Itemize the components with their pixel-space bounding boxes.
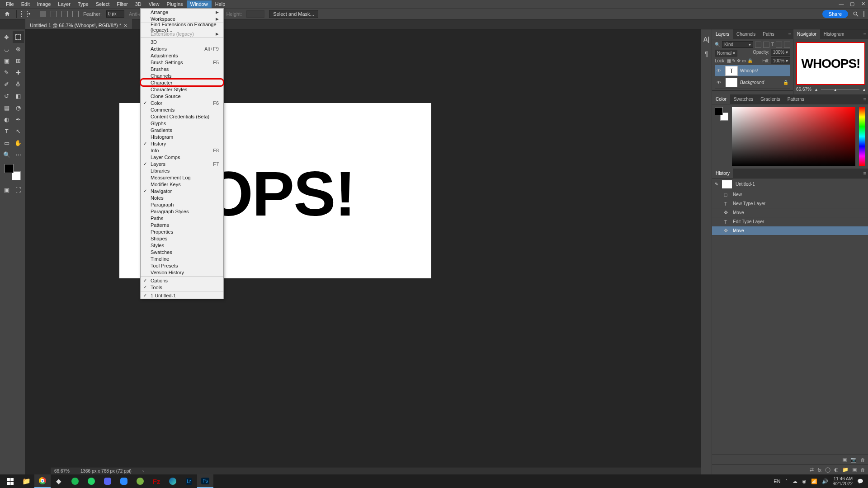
delete-state-icon[interactable]: 🗑	[860, 457, 865, 463]
menu-item-clone-source[interactable]: Clone Source	[141, 93, 223, 99]
color-field[interactable]	[732, 107, 855, 166]
marquee-tool-preset-icon[interactable]: ▾	[21, 11, 30, 17]
menu-item-swatches[interactable]: Swatches	[141, 249, 223, 255]
document-tab[interactable]: Untitled-1 @ 66.7% (Whoops!, RGB/8#) * ×	[25, 19, 132, 29]
tab-history[interactable]: History	[712, 169, 733, 178]
fill-input[interactable]: 100% ▾	[771, 57, 790, 64]
layers-panel-menu-icon[interactable]: ≡	[788, 31, 791, 37]
zoom-out-icon[interactable]: ▴	[815, 87, 817, 92]
menu-item-comments[interactable]: Comments	[141, 106, 223, 113]
search-icon[interactable]: 🔍	[715, 42, 720, 47]
selection-mode-intersect[interactable]	[72, 11, 79, 17]
new-layer-icon[interactable]: ▣	[852, 467, 857, 473]
menu-item-notes[interactable]: Notes	[141, 194, 223, 201]
menu-item-color[interactable]: ColorF6	[141, 99, 223, 106]
history-brush-tool[interactable]: ↺	[1, 90, 13, 102]
filter-type-icon[interactable]: T	[771, 42, 774, 47]
menu-item-brushes[interactable]: Brushes	[141, 66, 223, 72]
edit-toolbar[interactable]: ⋯	[13, 149, 24, 160]
height-input[interactable]	[246, 10, 264, 18]
menu-item-timeline[interactable]: Timeline	[141, 255, 223, 262]
navigator-zoom-value[interactable]: 66.67%	[796, 87, 811, 92]
menu-item-channels[interactable]: Channels	[141, 72, 223, 79]
zoom-tool[interactable]: 🔍	[1, 149, 13, 160]
blend-mode-select[interactable]: Normal ▾	[715, 50, 737, 56]
menu-item-arrange[interactable]: Arrange▶	[141, 9, 223, 15]
menu-item-libraries[interactable]: Libraries	[141, 167, 223, 174]
tray-notifications-icon[interactable]: 💬	[857, 479, 863, 484]
taskbar-explorer[interactable]: 📁	[18, 474, 34, 488]
navigator-zoom-slider[interactable]: ▲	[821, 87, 859, 92]
menu-item-options[interactable]: Options	[141, 277, 223, 284]
menu-item-version-history[interactable]: Version History	[141, 269, 223, 276]
tab-patterns[interactable]: Patterns	[784, 94, 808, 104]
menu-item-paragraph-styles[interactable]: Paragraph Styles	[141, 208, 223, 215]
maximize-button[interactable]: ▢	[849, 1, 855, 7]
tab-navigator[interactable]: Navigator	[793, 29, 820, 39]
menu-item-layer-comps[interactable]: Layer Comps	[141, 154, 223, 160]
selection-mode-subtract[interactable]	[61, 11, 68, 17]
tray-wifi-icon[interactable]: 📶	[811, 479, 817, 484]
tab-swatches[interactable]: Swatches	[730, 94, 757, 104]
hue-strip[interactable]	[859, 107, 865, 166]
crop-tool[interactable]: ▣	[1, 55, 13, 66]
blur-tool[interactable]: ◔	[13, 102, 24, 113]
menu-item-adjustments[interactable]: Adjustments	[141, 52, 223, 59]
selection-mode-new[interactable]	[40, 11, 46, 17]
dodge-tool[interactable]: ◐	[1, 113, 13, 125]
taskbar-lightroom[interactable]: Lr	[181, 474, 197, 488]
menu-item-character[interactable]: Character	[141, 79, 223, 86]
hand-tool[interactable]: ✋	[13, 137, 24, 149]
selection-mode-add[interactable]	[51, 11, 57, 17]
filter-pixel-icon[interactable]	[755, 42, 761, 48]
frame-tool[interactable]: ⊞	[13, 55, 24, 66]
lock-nesting-icon[interactable]: ▭	[742, 58, 746, 63]
taskbar-app-blue[interactable]: ◆	[51, 474, 67, 488]
menu-item-histogram[interactable]: Histogram	[141, 133, 223, 140]
adjustment-layer-icon[interactable]: ◐	[834, 467, 839, 473]
menu-item-3d[interactable]: 3D	[141, 38, 223, 45]
history-brush-source-icon[interactable]: ✎	[715, 182, 718, 187]
taskbar-discord[interactable]	[99, 474, 116, 488]
history-state[interactable]: ✥Move	[712, 208, 868, 217]
group-icon[interactable]: 📁	[842, 467, 849, 473]
menu-item-layers[interactable]: LayersF7	[141, 160, 223, 167]
type-tool[interactable]: T	[1, 125, 13, 137]
quick-select-tool[interactable]: ⊛	[13, 43, 24, 55]
menu-help[interactable]: Help	[212, 0, 229, 8]
color-panel-menu-icon[interactable]: ≡	[863, 96, 866, 102]
brush-tool[interactable]: ✐	[1, 78, 13, 90]
menu-item-glyphs[interactable]: Glyphs	[141, 120, 223, 127]
menu-file[interactable]: File	[2, 0, 18, 8]
eyedropper-tool[interactable]: ✎	[1, 66, 13, 78]
menu-window[interactable]: Window	[187, 0, 212, 8]
menu-item-tool-presets[interactable]: Tool Presets	[141, 262, 223, 269]
tray-language[interactable]: EN	[774, 479, 780, 484]
menu-item-find-extensions-on-exchange-legacy-[interactable]: Find Extensions on Exchange (legacy)...	[141, 23, 223, 30]
start-button[interactable]	[2, 474, 18, 488]
menu-item-character-styles[interactable]: Character Styles	[141, 86, 223, 93]
pen-tool[interactable]: ✒	[13, 113, 24, 125]
navigator-panel-menu-icon[interactable]: ≡	[863, 31, 866, 37]
tab-gradients[interactable]: Gradients	[757, 94, 783, 104]
menu-item-history[interactable]: History	[141, 140, 223, 147]
menu-3d[interactable]: 3D	[132, 0, 145, 8]
menu-item-tools[interactable]: Tools	[141, 284, 223, 291]
canvas-area[interactable]: OOPS! 66.67% 1366 px x 768 px (72 ppi) ›	[25, 29, 701, 474]
menu-item-info[interactable]: InfoF8	[141, 147, 223, 154]
layer-thumbnail[interactable]: T	[726, 66, 737, 75]
gradient-tool[interactable]: ▤	[1, 102, 13, 113]
color-swatch[interactable]	[4, 163, 22, 181]
history-state[interactable]: □New	[712, 190, 868, 199]
menu-filter[interactable]: Filter	[113, 0, 131, 8]
taskbar-whatsapp[interactable]	[83, 474, 99, 488]
layer-style-icon[interactable]: fx	[817, 467, 821, 473]
menu-item-actions[interactable]: ActionsAlt+F9	[141, 45, 223, 52]
healing-tool[interactable]: ✚	[13, 66, 24, 78]
select-and-mask-button[interactable]: Select and Mask...	[269, 10, 318, 18]
clone-tool[interactable]: ⛢	[13, 78, 24, 90]
layer-visibility-icon[interactable]: 👁	[717, 68, 723, 73]
tab-layers[interactable]: Layers	[712, 29, 733, 39]
new-doc-from-state-icon[interactable]: 📷	[850, 457, 857, 463]
feather-input[interactable]	[106, 10, 124, 18]
